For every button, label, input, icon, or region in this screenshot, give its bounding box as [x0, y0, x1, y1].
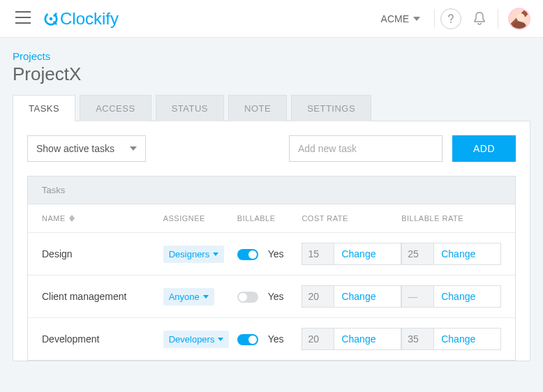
- tab-status[interactable]: STATUS: [156, 95, 224, 121]
- task-filter-label: Show active tasks: [36, 143, 114, 154]
- bell-icon[interactable]: [467, 6, 492, 31]
- workspace-name: ACME: [381, 13, 409, 24]
- billable-rate-value: —: [402, 286, 434, 307]
- change-cost-button[interactable]: Change: [334, 291, 382, 302]
- task-name[interactable]: Development: [42, 333, 163, 345]
- tab-tasks[interactable]: TASKS: [13, 95, 75, 121]
- divider: [498, 9, 498, 29]
- change-rate-button[interactable]: Change: [434, 248, 482, 259]
- assignee-chip[interactable]: Designers: [163, 246, 225, 263]
- col-assignee: ASSIGNEE: [163, 214, 237, 223]
- logo[interactable]: Clockify: [43, 9, 119, 29]
- add-button[interactable]: ADD: [452, 135, 516, 162]
- avatar[interactable]: [508, 8, 530, 30]
- chevron-down-icon: [413, 17, 420, 21]
- change-rate-button[interactable]: Change: [434, 291, 482, 302]
- cost-rate-value: 15: [302, 243, 334, 264]
- billable-rate-group: — Change: [401, 285, 501, 308]
- tasks-table: Tasks NAME ASSIGNEE BILLABLE COST RATE B…: [27, 176, 516, 361]
- chevron-down-icon: [203, 295, 209, 299]
- table-row: Client management Anyone Yes 20 Change: [28, 276, 515, 318]
- divider: [434, 9, 435, 29]
- tabs: TASKS ACCESS STATUS NOTE SETTINGS: [13, 95, 543, 121]
- billable-text: Yes: [268, 334, 284, 345]
- chevron-down-icon: [213, 252, 218, 256]
- task-name[interactable]: Client management: [42, 291, 163, 302]
- col-name[interactable]: NAME: [42, 214, 163, 223]
- billable-text: Yes: [268, 292, 284, 303]
- table-row: Development Developers Yes 20 Change: [28, 318, 515, 360]
- assignee-chip[interactable]: Developers: [163, 331, 230, 348]
- table-header: NAME ASSIGNEE BILLABLE COST RATE BILLABL…: [28, 204, 515, 233]
- chevron-down-icon: [130, 146, 137, 151]
- billable-rate-group: 25 Change: [401, 243, 501, 265]
- sort-icon: [69, 215, 75, 222]
- tab-note[interactable]: NOTE: [228, 95, 287, 121]
- cost-rate-value: 20: [302, 286, 334, 307]
- table-title: Tasks: [28, 176, 515, 204]
- cost-rate-value: 20: [302, 329, 334, 349]
- col-rate: BILLABLE RATE: [401, 214, 501, 223]
- change-cost-button[interactable]: Change: [334, 333, 382, 345]
- panel-controls: Show active tasks ADD: [27, 135, 516, 162]
- billable-rate-value: 25: [402, 243, 434, 264]
- change-rate-button[interactable]: Change: [434, 333, 482, 345]
- svg-point-1: [50, 17, 53, 20]
- new-task-input[interactable]: [289, 135, 442, 162]
- topbar: Clockify ACME: [0, 0, 543, 38]
- breadcrumb[interactable]: Projects: [13, 50, 543, 62]
- page-title: ProjectX: [13, 63, 543, 85]
- cost-rate-group: 20 Change: [302, 328, 401, 350]
- cost-rate-group: 15 Change: [302, 243, 401, 265]
- help-icon[interactable]: [440, 8, 461, 29]
- assignee-chip[interactable]: Anyone: [163, 288, 214, 306]
- tab-settings[interactable]: SETTINGS: [291, 95, 371, 121]
- task-filter-select[interactable]: Show active tasks: [27, 135, 146, 162]
- tab-access[interactable]: ACCESS: [80, 95, 151, 121]
- billable-rate-group: 35 Change: [401, 328, 501, 350]
- col-cost: COST RATE: [302, 214, 401, 223]
- billable-rate-value: 35: [402, 329, 434, 349]
- billable-toggle[interactable]: [237, 249, 258, 260]
- col-billable: BILLABLE: [237, 214, 302, 223]
- content: Projects ProjectX TASKS ACCESS STATUS NO…: [0, 38, 543, 392]
- billable-toggle[interactable]: [237, 292, 258, 303]
- task-name[interactable]: Design: [42, 248, 163, 259]
- panel: Show active tasks ADD Tasks NAME ASSIGNE…: [13, 121, 530, 361]
- logo-text: Clockify: [60, 9, 119, 29]
- change-cost-button[interactable]: Change: [334, 248, 382, 259]
- billable-toggle[interactable]: [237, 334, 258, 345]
- workspace-switcher[interactable]: ACME: [370, 13, 431, 24]
- billable-text: Yes: [268, 249, 284, 260]
- svg-point-2: [450, 22, 452, 23]
- chevron-down-icon: [218, 338, 223, 341]
- menu-icon[interactable]: [13, 8, 34, 29]
- cost-rate-group: 20 Change: [302, 285, 401, 308]
- table-row: Design Designers Yes 15 Change: [28, 233, 515, 276]
